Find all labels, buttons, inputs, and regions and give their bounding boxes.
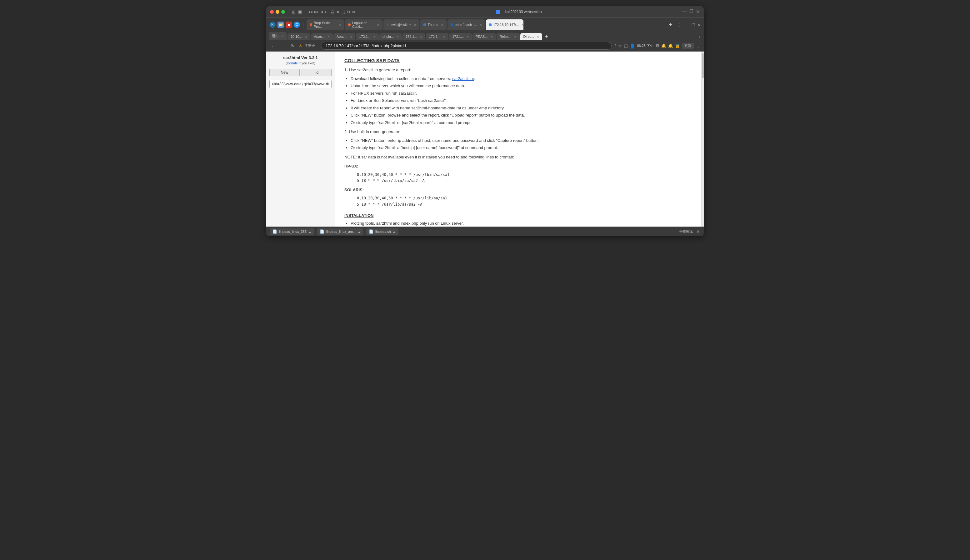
app-icon-circle[interactable]: C [294, 22, 300, 28]
page-tab-1721[interactable]: 172.1... ✕ [356, 33, 379, 40]
page-tab-tuichu[interactable]: 退出 ✕ [269, 32, 287, 40]
tab-list-icon[interactable]: ⋮ [677, 22, 681, 27]
tab-1722-close[interactable]: ✕ [420, 35, 422, 38]
share-icon[interactable]: ⤴ [614, 43, 616, 48]
page-tab-apac1[interactable]: Apac... ✕ [311, 33, 333, 40]
bookmark-star-icon[interactable]: ☆ [618, 43, 622, 48]
tab-thunar-label: Thunar [428, 23, 438, 27]
tab-more-icon[interactable]: ⋮ [698, 36, 701, 40]
menu-icon[interactable]: ⊟ [347, 10, 350, 14]
download-item-2[interactable]: 📄 linpeas_linux_am... ▲ [317, 228, 363, 235]
forward-button[interactable]: → [279, 43, 287, 49]
restore-window[interactable]: ❐ [692, 22, 695, 27]
solaris-line-2: 5 18 * * * /usr/lib/sa/sa2 -A [357, 202, 692, 208]
download-label-2: linpeas_linux_am... [326, 230, 356, 233]
tab-terminal-close[interactable]: ✕ [414, 23, 416, 27]
page-tab-peas[interactable]: PEAS... ✕ [472, 33, 496, 40]
tab-thunar-close[interactable]: ✕ [441, 23, 443, 27]
scrollbar-thumb[interactable] [702, 53, 704, 78]
download-item-3[interactable]: 📄 linpeas.sh ▲ [366, 228, 398, 235]
monitor-icon[interactable]: 🖥 [655, 43, 659, 48]
tab-peas-close[interactable]: ✕ [490, 35, 493, 38]
nav-back2-icon[interactable]: ◂ [321, 9, 323, 14]
page-favicon [496, 10, 500, 14]
step1-list: Download following tool to collect sar d… [351, 76, 692, 126]
tab-172-close[interactable]: ✕ [521, 23, 523, 27]
tab-burp-close[interactable]: ✕ [338, 23, 341, 27]
tab-1723-close[interactable]: ✕ [443, 35, 445, 38]
tablet-icon[interactable]: ⬚ [624, 43, 628, 48]
id-button[interactable]: ;id [302, 69, 332, 76]
extensions-icon[interactable]: ⬚ [342, 10, 345, 14]
sar2ascii-link[interactable]: sar2ascii.tar [452, 76, 474, 81]
tab-phpin-close[interactable]: ✕ [396, 35, 399, 38]
nav-back-icon[interactable]: ◂◂ [308, 9, 312, 14]
maximize-button[interactable] [281, 10, 285, 14]
minimize-button[interactable] [276, 10, 279, 14]
scrollbar-track[interactable] [701, 52, 704, 227]
minimize-window[interactable]: — [686, 22, 690, 27]
nav-forward2-icon[interactable]: ▸ [325, 9, 327, 14]
close-downloads-button[interactable]: ✕ [696, 229, 700, 234]
lock-icon[interactable]: 🔒 [675, 43, 680, 48]
file-icon-3: 📄 [369, 229, 373, 234]
page-tab-direc[interactable]: Direc... ✕ [520, 33, 542, 40]
tab-echo-close[interactable]: ✕ [479, 23, 482, 27]
tab-direc-close[interactable]: ✕ [537, 35, 539, 38]
tab-1721-close[interactable]: ✕ [373, 35, 376, 38]
page-tab-relea[interactable]: Relea... ✕ [497, 33, 520, 40]
page-tab-1724[interactable]: 172.1... ✕ [449, 33, 472, 40]
window-close-icon[interactable]: ✕ [696, 9, 700, 15]
window-restore-icon[interactable]: ❐ [689, 9, 693, 15]
donate-link[interactable]: Donate [287, 61, 298, 65]
page-tab-apac2[interactable]: Apac... ✕ [333, 33, 355, 40]
tab-1010-close[interactable]: ✕ [305, 35, 307, 38]
kali-icon[interactable]: K [269, 22, 276, 28]
new-page-tab-button[interactable]: + [543, 33, 550, 40]
page-tab-phpin[interactable]: phpin... ✕ [379, 33, 402, 40]
download-label-1: linpeas_linux_386 [279, 230, 307, 233]
page-tab-1723[interactable]: 172.1... ✕ [426, 33, 449, 40]
tab-echo[interactable]: echo "bash -... ✕ [448, 19, 485, 30]
download-expand-2[interactable]: ▲ [358, 230, 361, 233]
select-host-dropdown[interactable]: Select Host There is no defined host... … [269, 80, 332, 88]
new-tab-button[interactable]: + [667, 22, 674, 28]
close-button[interactable] [270, 10, 274, 14]
window-title: kali202103 webseclab [505, 10, 542, 14]
close-window[interactable]: ✕ [697, 22, 701, 27]
bookmark-icon[interactable]: ★ [336, 10, 340, 14]
back-button[interactable]: ← [269, 43, 277, 49]
volume-icon[interactable]: 🔔 [661, 43, 666, 48]
profile-icon[interactable]: 👤 [630, 43, 635, 48]
tab-1724-close[interactable]: ✕ [466, 35, 469, 38]
folder-icon[interactable]: 📁 [278, 22, 284, 28]
download-expand-3[interactable]: ▲ [393, 230, 396, 233]
app-icon-red[interactable]: ◆ [286, 22, 292, 28]
tab-thunar[interactable]: Thunar ✕ [420, 19, 447, 30]
page-tab-1010[interactable]: 10.10... ✕ [288, 33, 310, 40]
more-icon[interactable]: ≫ [352, 10, 356, 14]
tab-cactus-close[interactable]: ✕ [377, 23, 379, 27]
step1-item-2: Untar it on the server which you will ex… [351, 83, 692, 89]
new-button[interactable]: New [269, 69, 300, 76]
tab-apac2-close[interactable]: ✕ [350, 35, 352, 38]
tuichu-close[interactable]: ✕ [281, 34, 284, 38]
tab-cactus[interactable]: Logout of Cacti... ✕ [345, 19, 382, 30]
bell-icon[interactable]: 🔔 [668, 43, 673, 48]
tab-terminal[interactable]: kwkl@kwkl: ~ ✕ [383, 19, 419, 30]
refresh-button[interactable]: ↻ [289, 43, 296, 49]
tab-relea-close[interactable]: ✕ [514, 35, 517, 38]
nav-forward-icon[interactable]: ▸▸ [314, 9, 319, 14]
download-expand-1[interactable]: ▲ [308, 230, 312, 233]
tab-apac1-close[interactable]: ✕ [327, 35, 330, 38]
show-all-button[interactable]: 全部顯示 [679, 229, 693, 234]
print-icon[interactable]: 🖨 [331, 10, 334, 14]
menu-dots-icon[interactable]: ⋮ [696, 43, 701, 49]
window-minimize-icon[interactable]: — [682, 9, 687, 15]
update-button[interactable]: 更新 [682, 43, 694, 49]
tab-burp[interactable]: Burp Suite Pro... ✕ [307, 19, 344, 30]
tab-172-active[interactable]: 172.16.70.147/... ✕ [486, 19, 523, 30]
address-input[interactable] [321, 42, 612, 50]
page-tab-1722[interactable]: 172.1... ✕ [402, 33, 425, 40]
download-item-1[interactable]: 📄 linpeas_linux_386 ▲ [270, 228, 314, 235]
